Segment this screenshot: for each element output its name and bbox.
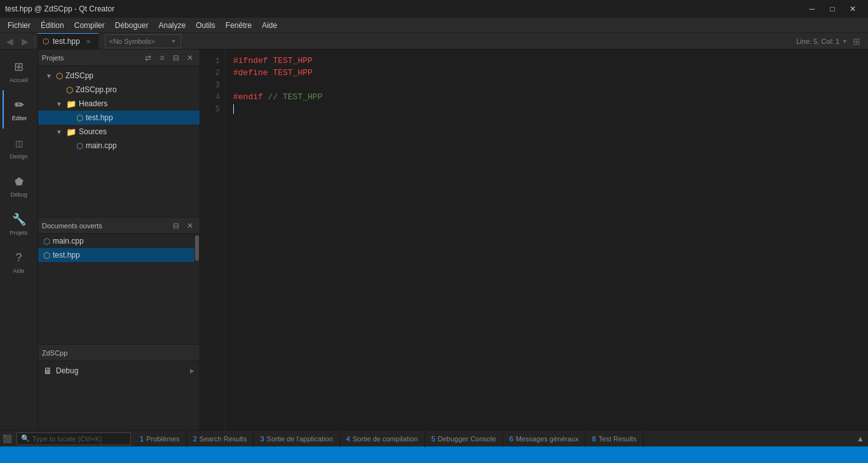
sidebar-bottom-debug-label: Debug xyxy=(56,366,78,375)
tab-icon: ⬡ xyxy=(43,37,49,46)
activity-accueil[interactable]: ⊞ Accueil xyxy=(3,52,36,90)
tab-label: Search Results xyxy=(200,435,247,443)
code-content[interactable]: #ifndef TEST_HPP #define TEST_HPP #endif… xyxy=(226,50,868,430)
docs-close-icon[interactable]: ✕ xyxy=(184,220,196,232)
menu-item-outils[interactable]: Outils xyxy=(191,20,220,31)
sidebar-bottom-content: 🖥 Debug ▶ xyxy=(38,361,200,430)
sync-icon[interactable]: ⇄ xyxy=(142,52,154,64)
titlebar-controls: ─ □ ✕ xyxy=(802,0,863,18)
no-arrow-icon: ▶ xyxy=(56,86,64,93)
projects-panel: Projets ⇄ ≡ ⊟ ✕ ▼ ⬡ ZdSCpp xyxy=(38,50,200,217)
scroll-track xyxy=(194,234,200,344)
tree-item-headers[interactable]: ▼ 📁 Headers xyxy=(38,97,200,111)
bottom-left-icon[interactable]: ⬛ xyxy=(0,431,14,447)
menu-item-fentre[interactable]: Fenêtre xyxy=(220,20,257,31)
tree-label: ZdSCpp.pro xyxy=(76,85,117,94)
bottom-tab-sortie-de-compilation[interactable]: 4Sortie de compilation xyxy=(340,431,425,447)
code-editor[interactable]: 1 2 3 4 5 #ifndef TEST_HPP #define TEST_… xyxy=(200,50,868,430)
symbol-dropdown[interactable]: <No Symbols> ▼ xyxy=(105,34,181,48)
bottom-tab-debugger-console[interactable]: 5Debugger Console xyxy=(425,431,503,447)
code-line-5 xyxy=(233,103,860,115)
chevron-right-icon: ▶ xyxy=(190,368,194,374)
tree-label: test.hpp xyxy=(86,113,113,122)
split-icon[interactable]: ⊟ xyxy=(170,52,182,64)
activity-debug[interactable]: ⬟ Debug xyxy=(3,167,36,205)
back-button[interactable]: ◀ xyxy=(3,34,17,48)
projects-panel-title: Projets xyxy=(42,54,64,62)
bottom-tab-test-results[interactable]: 8Test Results xyxy=(586,431,644,447)
close-button[interactable]: ✕ xyxy=(843,0,863,18)
position-indicator: Line: 5, Col: 1 ▼ ⊞ xyxy=(796,36,865,46)
position-text: Line: 5, Col: 1 xyxy=(796,38,839,45)
docs-panel-header: Documents ouverts ⊟ ✕ xyxy=(38,218,200,234)
docs-panel-title: Documents ouverts xyxy=(42,222,102,230)
activity-editer[interactable]: ✏ Éditer xyxy=(3,90,36,128)
code-line-2: #define TEST_HPP xyxy=(233,67,860,79)
close-panel-icon[interactable]: ✕ xyxy=(184,52,196,64)
line-numbers: 1 2 3 4 5 xyxy=(200,50,226,430)
tree-item-test-hpp[interactable]: ▶ ⬡ test.hpp xyxy=(38,111,200,125)
tab-number: 2 xyxy=(193,435,197,443)
forward-button[interactable]: ▶ xyxy=(18,34,32,48)
sidebar-bottom-debug[interactable]: 🖥 Debug ▶ xyxy=(38,364,200,378)
line-num-1: 1 xyxy=(200,55,225,67)
home-icon: ⊞ xyxy=(11,59,27,74)
code-token: TEST_HPP xyxy=(273,68,312,78)
filter-icon[interactable]: ≡ xyxy=(156,52,168,64)
bottom-tabs-scroll-icon[interactable]: ▲ xyxy=(853,434,868,443)
bottom-tab-search-results[interactable]: 2Search Results xyxy=(187,431,254,447)
design-icon: ◫ xyxy=(11,135,27,151)
editor-tab-test-hpp[interactable]: ⬡ test.hpp ✕ xyxy=(37,33,98,50)
bottom-tab-probl-mes[interactable]: 1Problèmes xyxy=(133,431,187,447)
sidebar-bottom-header: ZdSCpp xyxy=(38,345,200,361)
doc-item-main-cpp[interactable]: ⬡ main.cpp xyxy=(38,234,200,248)
menu-item-aide[interactable]: Aide xyxy=(257,20,282,31)
code-token: #define xyxy=(233,68,273,78)
symbol-selector[interactable]: <No Symbols> ▼ xyxy=(105,34,181,48)
maximize-button[interactable]: □ xyxy=(822,0,843,18)
project-icon: ⬡ xyxy=(56,71,63,81)
activity-design[interactable]: ◫ Design xyxy=(3,128,36,167)
docs-scroll[interactable]: ⬡ main.cpp ⬡ test.hpp xyxy=(38,234,200,344)
tab-close-button[interactable]: ✕ xyxy=(84,37,93,46)
help-icon: ? xyxy=(11,250,27,265)
docs-panel-icons: ⊟ ✕ xyxy=(170,220,196,232)
editor-toolbar: ◀ ▶ ⬡ test.hpp ✕ <No Symbols> ▼ Line: 5,… xyxy=(0,33,868,50)
activity-editer-label: Éditer xyxy=(12,115,27,121)
tree-item-zdscpp-pro[interactable]: ▶ ⬡ ZdSCpp.pro xyxy=(38,83,200,97)
locate-search-box[interactable]: 🔍 Type to locate (Ctrl+K) xyxy=(17,432,131,445)
tree-label: Headers xyxy=(79,99,107,108)
menu-item-dition[interactable]: Édition xyxy=(36,20,69,31)
menu-item-compiler[interactable]: Compiler xyxy=(69,20,110,31)
menu-item-fichier[interactable]: Fichier xyxy=(3,20,36,31)
minimize-button[interactable]: ─ xyxy=(802,0,822,18)
scroll-thumb xyxy=(195,235,199,261)
h-file-icon: ⬡ xyxy=(76,113,83,123)
bottom-tab-messages-g-n-raux[interactable]: 6Messages généraux xyxy=(503,431,586,447)
tree-item-zdscpp[interactable]: ▼ ⬡ ZdSCpp xyxy=(38,69,200,83)
tab-number: 6 xyxy=(510,435,513,443)
code-line-4: #endif // TEST_HPP xyxy=(233,91,860,103)
doc-item-test-hpp[interactable]: ⬡ test.hpp xyxy=(38,248,200,262)
editor-area: 1 2 3 4 5 #ifndef TEST_HPP #define TEST_… xyxy=(200,50,868,430)
docs-split-icon[interactable]: ⊟ xyxy=(170,220,182,232)
cpp-icon: ⬡ xyxy=(43,237,50,246)
menu-item-analyze[interactable]: Analyze xyxy=(153,20,191,31)
expand-arrow-icon: ▼ xyxy=(46,73,53,79)
tree-label: ZdSCpp xyxy=(65,71,93,80)
tree-item-main-cpp[interactable]: ▶ ⬡ main.cpp xyxy=(38,139,200,153)
bottom-tab-sortie-de-l-application[interactable]: 3Sortie de l'application xyxy=(254,431,339,447)
menu-item-dboguer[interactable]: Déboguer xyxy=(110,20,154,31)
edit-icon: ✏ xyxy=(12,97,27,113)
activity-aide[interactable]: ? Aide xyxy=(3,243,36,281)
text-cursor xyxy=(233,104,234,114)
project-tree: ▼ ⬡ ZdSCpp ▶ ⬡ ZdSCpp.pro ▼ 📁 Headers xyxy=(38,66,200,217)
menubar: FichierÉditionCompilerDéboguerAnalyzeOut… xyxy=(0,18,868,33)
activity-projets[interactable]: 🔧 Projets xyxy=(3,205,36,243)
activity-design-label: Design xyxy=(10,153,27,160)
sidebar-bottom: ZdSCpp 🖥 Debug ▶ xyxy=(38,344,200,430)
tree-item-sources[interactable]: ▼ 📁 Sources xyxy=(38,125,200,139)
cpp-file-icon: ⬡ xyxy=(76,141,83,151)
symbol-chevron-icon: ▼ xyxy=(171,38,177,45)
tab-label: Messages généraux xyxy=(516,435,579,443)
